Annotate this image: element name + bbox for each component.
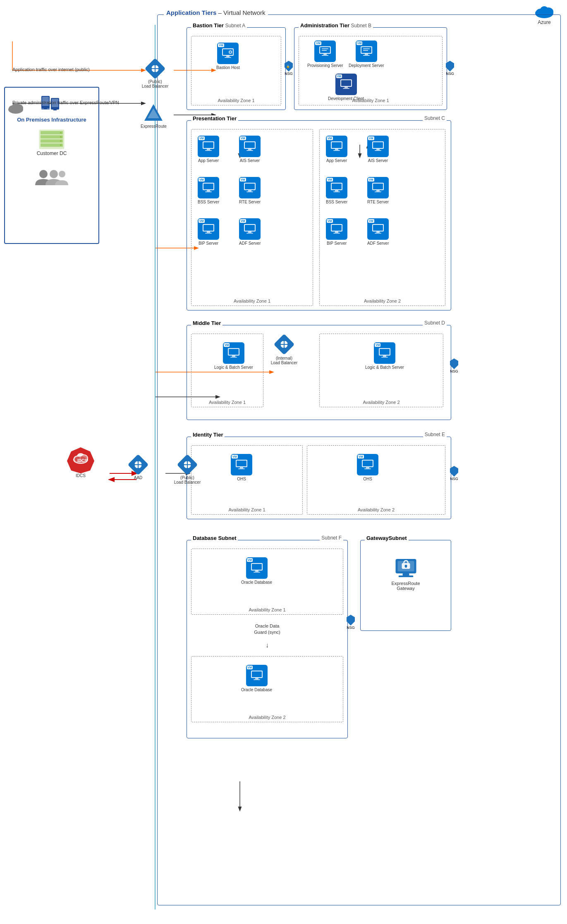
bastion-host-icon: VM Bastion Host bbox=[216, 43, 240, 70]
identity-az1-label: Availability Zone 1 bbox=[228, 507, 265, 512]
pres-az2-vm3 bbox=[330, 182, 343, 193]
app-tiers-box: Application Tiers – Virtual Network Bast… bbox=[157, 14, 561, 905]
identity-az1-box: VM OHS Availability Zone 1 bbox=[191, 445, 303, 515]
svg-rect-29 bbox=[323, 54, 327, 55]
svg-rect-139 bbox=[41, 135, 63, 138]
pres-az2-vm2 bbox=[371, 141, 385, 152]
expressroute-svg bbox=[143, 103, 164, 124]
pres-az1-rte-server: VM RTE Server bbox=[239, 177, 261, 204]
pres-vm-icon2 bbox=[243, 141, 256, 152]
aad-label: AAD bbox=[134, 475, 143, 480]
bastion-nsg: 🔒 NSG bbox=[285, 61, 293, 76]
public-lb-icon: (Public)Load Balancer bbox=[141, 58, 170, 88]
expressroute-label: ExpressRoute bbox=[141, 124, 167, 129]
idcs-icon: IDCS IDCS bbox=[66, 446, 95, 478]
presentation-az1-box: VM App Server VM AIS Server VM BS bbox=[191, 129, 313, 306]
identity-subnet-label: Subnet E bbox=[423, 432, 447, 437]
svg-rect-105 bbox=[383, 356, 386, 357]
identity-az1-ohs: VM OHS bbox=[231, 454, 252, 481]
aad-diamond-svg bbox=[127, 454, 149, 475]
svg-rect-81 bbox=[376, 190, 380, 191]
svg-rect-74 bbox=[375, 150, 381, 151]
identity-az2-label: Availability Zone 2 bbox=[358, 507, 395, 512]
public-lb-label: (Public)Load Balancer bbox=[141, 79, 170, 88]
development-monitor-icon bbox=[340, 79, 353, 90]
database-az2-box: VM Oracle Database Availability Zone 2 bbox=[191, 656, 343, 722]
svg-rect-89 bbox=[376, 232, 380, 233]
svg-rect-140 bbox=[41, 139, 63, 143]
pres-vm-icon6 bbox=[243, 223, 256, 235]
bastion-nsg-label: NSG bbox=[285, 72, 293, 76]
svg-point-19 bbox=[540, 6, 548, 14]
internal-lb-diamond bbox=[273, 334, 295, 355]
svg-rect-72 bbox=[373, 142, 383, 148]
bastion-tier-title: Bastion Tier Subnet A bbox=[191, 22, 247, 29]
admin-az1-box: VM Provisioning Server bbox=[299, 36, 443, 105]
database-az2-oracle: VM Oracle Database bbox=[241, 665, 272, 692]
admin-tier-box: Administration Tier Subnet B VM bbox=[294, 27, 447, 110]
svg-rect-30 bbox=[322, 55, 328, 56]
internal-lb-label: (Internal)Load Balancer bbox=[268, 356, 301, 365]
deployment-vm-box: VM bbox=[356, 41, 377, 62]
pres-az2-vm6 bbox=[371, 223, 385, 235]
pres-az1-app-server: VM App Server bbox=[198, 136, 219, 163]
svg-rect-113 bbox=[366, 467, 369, 468]
gateway-subnet-title: GatewaySubnet bbox=[365, 535, 409, 541]
svg-rect-66 bbox=[246, 233, 253, 234]
presentation-tier-title: Presentation Tier bbox=[191, 115, 238, 122]
admin-nsg-shield-icon bbox=[446, 61, 454, 72]
expressroute-gateway-svg bbox=[393, 557, 418, 580]
database-subnet-label: Subnet F bbox=[320, 535, 343, 541]
identity-public-lb-icon: (Public)Load Balancer bbox=[173, 454, 202, 485]
bastion-tier-box: Bastion Tier Subnet A VM bbox=[187, 27, 286, 110]
svg-rect-76 bbox=[332, 184, 342, 189]
middle-az2-vm bbox=[378, 347, 391, 359]
admin-tier-title: Administration Tier Subnet B bbox=[299, 22, 373, 29]
identity-tier-title: Identity Tier bbox=[191, 432, 225, 438]
pres-az2-vm1 bbox=[330, 141, 343, 152]
svg-rect-36 bbox=[363, 55, 370, 56]
svg-rect-112 bbox=[363, 461, 373, 466]
identity-nsg: NSG bbox=[450, 466, 458, 481]
middle-az2-box: VM Logic & Batch Server Availability Zon… bbox=[319, 334, 443, 407]
development-client-vm-box: VM bbox=[335, 74, 357, 95]
pres-az1-label: Availability Zone 1 bbox=[234, 298, 270, 303]
svg-rect-45 bbox=[207, 149, 210, 150]
svg-rect-125 bbox=[402, 573, 409, 575]
public-lb-diamond bbox=[144, 58, 166, 79]
middle-az1-box: VM Logic & Batch Server Availability Zon… bbox=[191, 334, 263, 407]
pres-vm-icon5 bbox=[202, 223, 215, 235]
svg-rect-100 bbox=[229, 349, 239, 355]
svg-rect-57 bbox=[248, 190, 251, 191]
oracle-data-guard-label: Oracle DataGuard (sync) bbox=[187, 623, 347, 636]
pres-vm-icon3 bbox=[202, 182, 215, 193]
svg-rect-90 bbox=[375, 233, 381, 234]
pres-az1-ais-server: VM AIS Server bbox=[239, 136, 261, 163]
svg-rect-38 bbox=[363, 50, 368, 51]
svg-rect-31 bbox=[322, 48, 328, 49]
deployment-server-label: Deployment Server bbox=[349, 63, 384, 68]
svg-rect-53 bbox=[207, 190, 210, 191]
middle-nsg: NSG bbox=[450, 358, 458, 373]
svg-rect-42 bbox=[343, 88, 349, 89]
svg-rect-41 bbox=[345, 87, 348, 88]
database-nsg-label: NSG bbox=[347, 626, 355, 630]
database-az2-label: Availability Zone 2 bbox=[249, 715, 285, 720]
svg-rect-138 bbox=[41, 131, 63, 134]
identity-nsg-shield bbox=[450, 466, 458, 477]
identity-lb-diamond bbox=[177, 454, 198, 475]
deployment-monitor-icon bbox=[360, 45, 373, 57]
svg-rect-49 bbox=[248, 149, 251, 150]
provisioning-monitor-icon bbox=[318, 45, 332, 57]
svg-rect-122 bbox=[254, 679, 260, 680]
svg-rect-121 bbox=[255, 678, 258, 679]
svg-rect-106 bbox=[381, 357, 388, 358]
database-subnet-box: Database Subnet Subnet F VM Oracle Datab… bbox=[187, 540, 348, 738]
svg-rect-86 bbox=[333, 233, 340, 234]
svg-text:🔒: 🔒 bbox=[286, 64, 290, 68]
middle-nsg-label: NSG bbox=[450, 369, 458, 373]
users-icon-svg bbox=[35, 167, 68, 187]
nsg-shield-icon: 🔒 bbox=[285, 61, 293, 72]
pres-az2-ais-server: VM AIS Server bbox=[367, 136, 389, 163]
middle-subnet-label: Subnet D bbox=[423, 320, 447, 326]
